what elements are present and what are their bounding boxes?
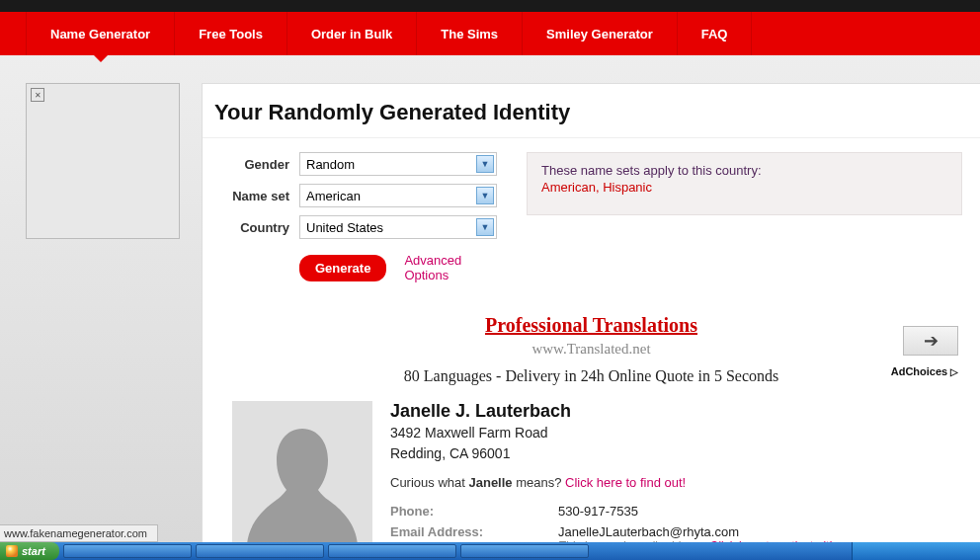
gender-label: Gender [220, 157, 299, 172]
system-tray[interactable] [852, 542, 980, 560]
country-label: Country [220, 220, 299, 235]
phone-label: Phone: [390, 504, 558, 519]
name-meaning-link[interactable]: Click here to find out! [565, 475, 686, 490]
ad-url: www.Translated.net [203, 341, 980, 358]
windows-taskbar: start [0, 542, 980, 560]
main-panel: Your Randomly Generated Identity Gender … [202, 83, 980, 554]
namesets-info: These name sets apply to this country: A… [527, 152, 962, 215]
gender-value: Random [306, 157, 355, 172]
nameset-select[interactable]: American ▼ [299, 184, 497, 207]
phone-value: 530-917-7535 [558, 504, 960, 519]
generate-button[interactable]: Generate [299, 255, 386, 281]
ad-title-link[interactable]: Professional Translations [203, 314, 980, 337]
nav-smiley-gen[interactable]: Smiley Generator [523, 12, 678, 55]
ad-next-button[interactable]: ➔ [903, 326, 958, 356]
inline-ad: Professional Translations www.Translated… [203, 292, 980, 393]
browser-statusbar: www.fakenamegenerator.com [0, 524, 158, 542]
namesets-intro: These name sets apply to this country: [541, 163, 947, 178]
gender-select[interactable]: Random ▼ [299, 152, 497, 176]
country-select[interactable]: United States ▼ [299, 215, 497, 239]
name-meaning-prompt: Curious what Janelle means? Click here t… [390, 475, 960, 490]
namesets-list: American, Hispanic [541, 180, 947, 195]
chevron-down-icon: ▼ [476, 155, 494, 173]
ad-desc: 80 Languages - Delivery in 24h Online Qu… [203, 367, 980, 385]
identity-address-line2: Redding, CA 96001 [390, 444, 960, 463]
nameset-label: Name set [220, 189, 299, 203]
taskbar-item[interactable] [460, 544, 589, 558]
email-value: JanelleJLauterbach@rhyta.com [558, 524, 960, 539]
taskbar-item[interactable] [63, 544, 192, 558]
identity-address-line1: 3492 Maxwell Farm Road [390, 424, 960, 442]
adchoices-link[interactable]: AdChoices [891, 365, 958, 377]
nav-faq[interactable]: FAQ [678, 12, 753, 55]
start-button[interactable]: start [0, 542, 59, 560]
nav-order-bulk[interactable]: Order in Bulk [287, 12, 417, 55]
windows-logo-icon [6, 545, 18, 557]
advanced-options-link[interactable]: Advanced Options [404, 253, 497, 282]
nav-free-tools[interactable]: Free Tools [175, 12, 287, 55]
page-title: Your Randomly Generated Identity [203, 84, 980, 138]
nameset-value: American [306, 189, 361, 203]
avatar-placeholder [232, 401, 372, 544]
main-nav: Name Generator Free Tools Order in Bulk … [0, 12, 980, 55]
taskbar-item[interactable] [196, 544, 324, 558]
chevron-down-icon: ▼ [476, 187, 494, 204]
identity-name: Janelle J. Lauterbach [390, 401, 960, 422]
country-value: United States [306, 220, 383, 235]
arrow-right-icon: ➔ [924, 330, 939, 352]
taskbar-item[interactable] [328, 544, 456, 558]
chevron-down-icon: ▼ [476, 218, 494, 236]
person-silhouette-icon [232, 401, 372, 544]
broken-image-icon: ✕ [31, 88, 44, 102]
nav-name-generator[interactable]: Name Generator [26, 12, 175, 55]
left-ad-placeholder: ✕ [26, 83, 180, 239]
nav-the-sims[interactable]: The Sims [417, 12, 523, 55]
